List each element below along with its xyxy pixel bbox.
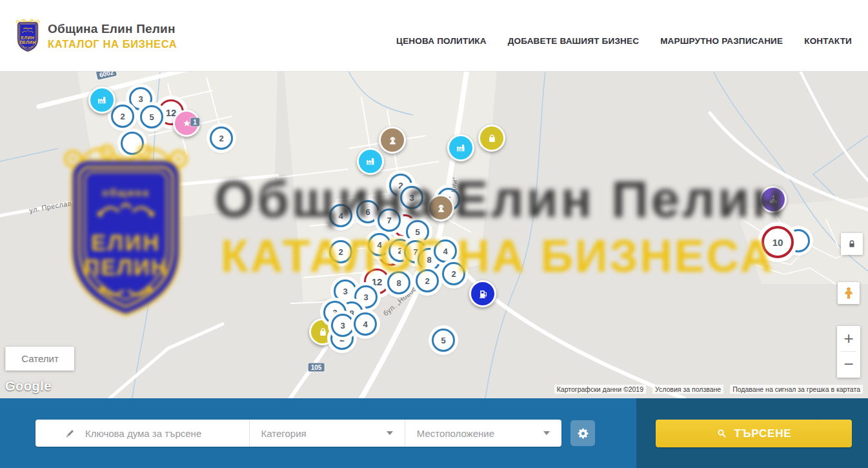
map-type-satellite-button[interactable]: Сателит [5, 347, 74, 371]
category-select-value: Категория [261, 428, 307, 439]
fuel-icon [469, 280, 496, 307]
nav-contacts-link[interactable]: КОНТАКТИ [804, 36, 852, 46]
google-logo[interactable]: Google [5, 379, 52, 394]
header: община ЕЛИН ПЕЛИН Община Елин Пелин КАТА… [0, 0, 868, 72]
search-field-group: Категория Местоположение [35, 420, 561, 447]
crest-line2: ПЕЛИН [19, 40, 35, 45]
map-cluster[interactable]: 3 [331, 314, 354, 337]
lock-button[interactable] [841, 233, 863, 255]
road-shield-label: 6002 [96, 71, 117, 80]
crest-top-word: община [102, 187, 150, 198]
chevron-down-icon [387, 431, 393, 435]
map-pin-factory[interactable] [447, 134, 474, 161]
pegman-button[interactable] [838, 282, 860, 304]
crest-line1: ЕЛИН [21, 36, 35, 40]
nav-pricing-link[interactable]: ЦЕНОВА ПОЛИТИКА [396, 36, 487, 46]
zoom-in-button[interactable]: + [837, 326, 860, 351]
main-nav: ЦЕНОВА ПОЛИТИКА ДОБАВЕТЕ ВАШИЯТ БИЗНЕС М… [396, 0, 852, 76]
search-icon [716, 428, 727, 439]
attribution-copyright: Картографски данни ©2019 [554, 385, 646, 394]
crest-line1: ЕЛИН [91, 230, 161, 255]
cluster-count: 5 [149, 112, 154, 122]
cluster-count: 3 [343, 287, 347, 296]
cluster-count: 2 [219, 134, 223, 143]
map-pin-shopping[interactable] [478, 125, 505, 152]
header-logo[interactable]: община ЕЛИН ПЕЛИН Община Елин Пелин КАТА… [14, 17, 177, 54]
advanced-settings-button[interactable] [570, 420, 595, 446]
map-canvas[interactable]: 1235222354675427842212823383234510600211… [0, 71, 868, 398]
cluster-count: 3 [138, 94, 143, 104]
map-cluster[interactable]: 4 [354, 312, 377, 336]
cluster-count: 2 [120, 112, 125, 121]
search-bar: Категория Местоположение ТЪРСЕНЕ [0, 398, 868, 468]
cluster-count: 3 [340, 321, 345, 331]
keyword-field [35, 420, 249, 447]
map-attribution: Картографски данни ©2019 Условия за полз… [554, 385, 863, 394]
keyword-search-input[interactable] [84, 427, 222, 440]
road-shield-label: 1 [190, 118, 199, 127]
municipality-crest-logo: община ЕЛИН ПЕЛИН [14, 17, 41, 54]
crest-line2: ПЕЛИН [84, 255, 168, 280]
watermark-title: Община Елин Пелин [214, 170, 786, 229]
map-cluster[interactable]: 3 [334, 280, 357, 303]
location-select-value: Местоположение [417, 428, 494, 439]
attribution-report-link[interactable]: Подаване на сигнал за грешка в картата [730, 385, 863, 394]
nav-route-schedule-link[interactable]: МАРШРУТНО РАЗПИСАНИЕ [660, 36, 783, 46]
search-submit-button[interactable]: ТЪРСЕНЕ [656, 420, 852, 447]
map-type-control: Карта Сателит [5, 347, 74, 371]
zoom-control: + − [837, 326, 860, 378]
nav-add-business-link[interactable]: ДОБАВЕТЕ ВАШИЯТ БИЗНЕС [508, 36, 639, 46]
cluster-count: 5 [441, 336, 445, 345]
lock-icon [847, 239, 857, 249]
watermark-subtitle: КАТАЛОГ НА БИЗНЕСА [221, 230, 774, 282]
pegman-icon [842, 286, 856, 300]
pencil-icon [65, 428, 76, 439]
category-select[interactable]: Категория [249, 420, 405, 447]
map-cluster[interactable]: 5 [140, 105, 163, 128]
road-shield-label: 105 [308, 363, 325, 372]
watermark-crest: община ЕЛИН ПЕЛИН [56, 137, 196, 323]
search-button-label: ТЪРСЕНЕ [734, 427, 792, 440]
logo-text: Община Елин Пелин КАТАЛОГ НА БИЗНЕСА [48, 17, 177, 50]
cluster-count: 4 [363, 320, 367, 329]
site-subtitle: КАТАЛОГ НА БИЗНЕСА [48, 38, 177, 50]
map-cluster[interactable]: 2 [210, 127, 233, 150]
zoom-out-button[interactable]: − [837, 352, 860, 377]
shopping-icon [478, 125, 505, 152]
map-cluster[interactable]: 5 [432, 329, 455, 352]
site-title: Община Елин Пелин [48, 22, 177, 36]
chevron-down-icon [543, 431, 550, 435]
location-select[interactable]: Местоположение [405, 420, 561, 447]
gear-icon [576, 427, 590, 440]
factory-icon [447, 134, 474, 161]
map-pin-fuel[interactable] [469, 280, 496, 307]
cluster-count: 3 [363, 292, 368, 302]
factory-icon [88, 86, 116, 114]
map-pin-factory[interactable] [88, 86, 116, 114]
page: 1235222354675427842212823383234510600211… [0, 0, 868, 468]
attribution-terms-link[interactable]: Условия за ползване [652, 385, 723, 394]
crest-top-word: община [23, 27, 32, 30]
